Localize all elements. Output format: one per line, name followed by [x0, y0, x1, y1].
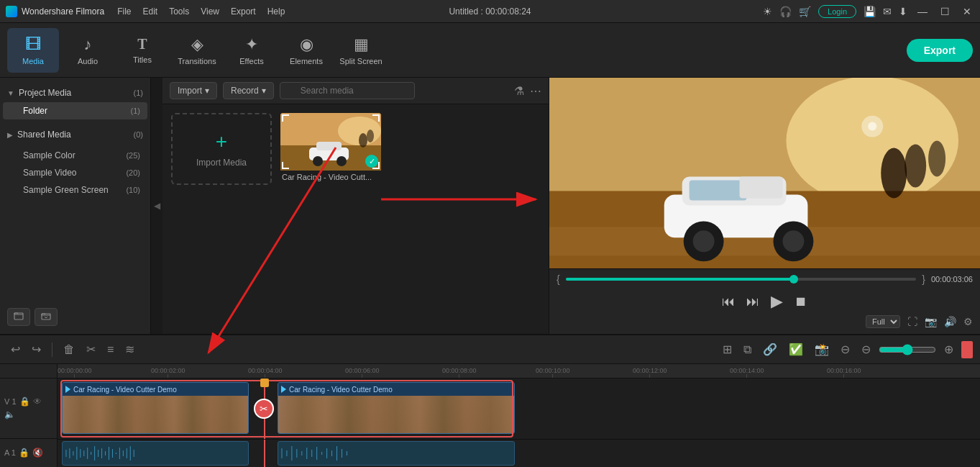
progress-track[interactable]	[566, 278, 917, 281]
waveform-button[interactable]: ≋	[122, 340, 138, 358]
cart-icon[interactable]: 🛒	[799, 6, 811, 17]
menu-tools[interactable]: Tools	[169, 6, 189, 17]
tl-playhead-indicator	[961, 341, 973, 358]
sidebar-item-sample-green-screen[interactable]: Sample Green Screen (10)	[3, 181, 147, 199]
search-input[interactable]	[280, 82, 415, 99]
v1-eye-icon[interactable]: 👁	[33, 396, 42, 407]
sidebar-item-sample-color[interactable]: Sample Color (25)	[3, 147, 147, 164]
v1-lock-icon[interactable]: 🔒	[19, 396, 30, 407]
import-media-placeholder[interactable]: + Import Media	[171, 113, 272, 185]
timeline-tracks: Car Racing - Video Cutter Demo ✂ Car Rac…	[58, 378, 980, 467]
tl-add-track-button[interactable]: ⊞	[719, 340, 736, 358]
tool-audio[interactable]: ♪ Audio	[62, 28, 114, 73]
timeline-ruler: 00:00:00:00 00:00:02:00 00:00:04:00 00:0…	[58, 364, 980, 378]
folder-count: (1)	[131, 106, 140, 115]
timeline-toolbar: ↩ ↪ 🗑 ✂ ≡ ≋ ⊞ ⧉ 🔗 ✅ 📸 ⊖ ⊖ ⊕	[0, 335, 980, 364]
progress-knob[interactable]	[789, 275, 798, 284]
tl-link-button[interactable]: 🔗	[759, 340, 781, 358]
ruler-10: 00:00:10:00	[536, 367, 570, 378]
clip-1-title: Car Racing - Video Cutter Demo	[73, 386, 177, 394]
redo-button[interactable]: ↪	[28, 340, 45, 358]
tl-green-btn[interactable]: ✅	[785, 340, 807, 358]
svg-point-8	[336, 156, 347, 166]
menu-export[interactable]: Export	[231, 6, 256, 17]
shared-media-header[interactable]: ▶ Shared Media (0)	[0, 125, 150, 144]
panel-collapse-arrow[interactable]: ◀	[151, 78, 162, 334]
zoom-slider[interactable]	[879, 344, 936, 355]
menu-edit[interactable]: Edit	[143, 6, 158, 17]
a1-mute-icon[interactable]: 🔇	[32, 448, 43, 458]
cut-icon[interactable]: ✂	[254, 399, 274, 419]
menu-file[interactable]: File	[117, 6, 131, 17]
headphone-icon[interactable]: 🎧	[779, 6, 792, 17]
delete-clip-button[interactable]: 🗑	[60, 341, 78, 358]
sidebar-item-sample-video[interactable]: Sample Video (20)	[3, 164, 147, 181]
menu-help[interactable]: Help	[267, 6, 285, 17]
email-icon[interactable]: ✉	[883, 6, 892, 17]
tool-elements[interactable]: ◉ Elements	[280, 28, 332, 73]
tool-titles[interactable]: T Titles	[116, 28, 168, 73]
video-clip-2[interactable]: Car Racing - Video Cutter Demo	[278, 382, 515, 434]
undo-button[interactable]: ↩	[7, 340, 24, 358]
sidebar-add-folder-btn[interactable]	[7, 308, 30, 326]
export-button[interactable]: Export	[907, 39, 973, 62]
shared-media-title: Shared Media	[17, 130, 131, 140]
menu-view[interactable]: View	[201, 6, 219, 17]
sidebar-open-folder-btn[interactable]	[35, 308, 58, 326]
save-icon[interactable]: 💾	[864, 6, 876, 17]
quality-select[interactable]: Full 1/2 1/4	[866, 315, 900, 328]
audio-clip-1[interactable]	[62, 441, 249, 466]
in-point-button[interactable]: {	[557, 273, 560, 285]
tl-zoom-in-btn[interactable]: ⊕	[940, 340, 957, 358]
filter-icon[interactable]: ⚗	[514, 84, 524, 98]
svg-point-10	[367, 130, 374, 142]
snapshot-icon[interactable]: 📷	[925, 316, 937, 327]
import-media-label: Import Media	[196, 158, 247, 168]
svg-point-27	[868, 122, 876, 131]
grid-options-icon[interactable]: ⋯	[530, 84, 541, 98]
download-icon[interactable]: ⬇	[899, 6, 907, 17]
record-button[interactable]: Record ▾	[223, 82, 274, 99]
sidebar-item-folder[interactable]: Folder (1)	[3, 102, 147, 119]
tool-effects[interactable]: ✦ Effects	[226, 28, 278, 73]
minimize-button[interactable]: —	[915, 6, 930, 17]
clip-thumbnail-bg: ✓	[280, 113, 381, 171]
tl-zoom-out-btn[interactable]: ⊖	[858, 340, 874, 358]
step-back-button[interactable]: ⏭	[746, 294, 759, 309]
out-point-button[interactable]: }	[922, 273, 925, 285]
skip-back-button[interactable]: ⏮	[722, 294, 735, 309]
title-bar: Wondershare Filmora File Edit Tools View…	[0, 0, 980, 23]
titles-icon: T	[137, 36, 147, 53]
audio-adjust-button[interactable]: ≡	[104, 341, 117, 358]
tl-detach-btn[interactable]: ⊖	[837, 340, 853, 358]
sun-icon[interactable]: ☀	[763, 6, 772, 17]
v1-speaker-icon[interactable]: 🔈	[4, 409, 15, 420]
tool-transitions[interactable]: ◈ Transitions	[171, 28, 223, 73]
close-button[interactable]: ✕	[960, 6, 974, 17]
play-button[interactable]: ▶	[771, 292, 783, 311]
tool-media[interactable]: 🎞 Media	[7, 28, 59, 73]
video-clip-1[interactable]: Car Racing - Video Cutter Demo	[62, 382, 249, 434]
maximize-button[interactable]: ☐	[938, 6, 953, 17]
svg-rect-0	[14, 313, 23, 319]
import-button[interactable]: Import ▾	[170, 82, 217, 99]
stop-button[interactable]: ⏹	[794, 294, 807, 309]
media-clip-thumb[interactable]: ✓ Car Racing - Video Cutt...	[280, 113, 381, 185]
volume-icon[interactable]: 🔊	[944, 316, 956, 327]
project-media-header[interactable]: ▼ Project Media (1)	[0, 83, 150, 102]
audio-playhead	[264, 440, 265, 467]
svg-rect-6	[316, 142, 342, 150]
login-button[interactable]: Login	[818, 5, 856, 18]
svg-point-24	[905, 145, 926, 188]
settings-icon[interactable]: ⚙	[963, 316, 973, 327]
audio-clip-2[interactable]	[278, 441, 515, 466]
split-screen-icon: ▦	[354, 35, 369, 54]
clip-2-thumbnail	[278, 396, 514, 433]
fit-window-icon[interactable]: ⛶	[907, 316, 917, 327]
tl-clip-options-button[interactable]: ⧉	[740, 341, 755, 358]
cut-button[interactable]: ✂	[83, 340, 99, 358]
svg-point-9	[359, 133, 367, 148]
a1-lock-icon[interactable]: 🔒	[19, 448, 29, 458]
tl-camera-btn[interactable]: 📸	[811, 340, 833, 358]
tool-split-screen[interactable]: ▦ Split Screen	[335, 28, 387, 73]
